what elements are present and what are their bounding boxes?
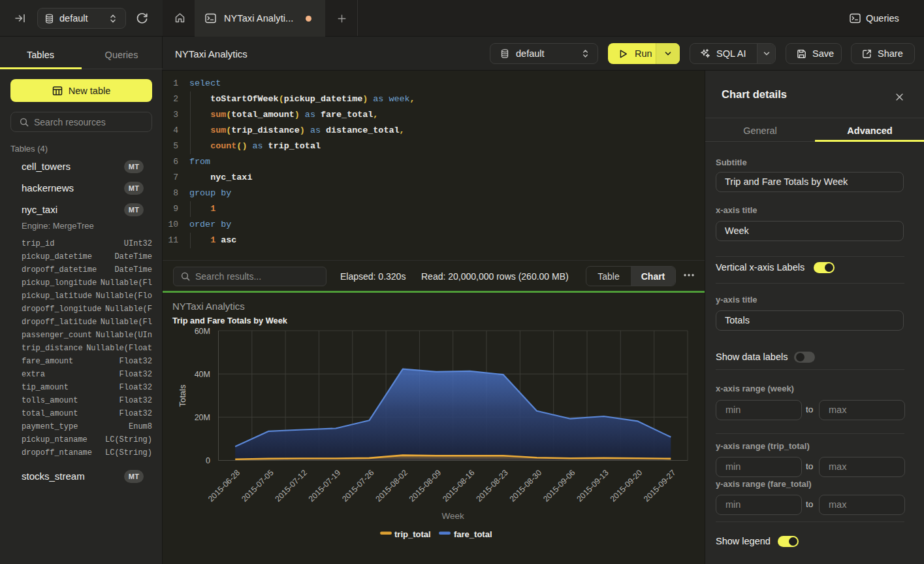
svg-text:Totals: Totals — [178, 384, 187, 406]
svg-text:2015-09-20: 2015-09-20 — [609, 468, 644, 503]
svg-text:Week: Week — [442, 511, 465, 521]
svg-text:2015-07-26: 2015-07-26 — [340, 468, 375, 503]
svg-text:2015-08-02: 2015-08-02 — [374, 468, 409, 503]
svg-text:2015-09-13: 2015-09-13 — [575, 468, 610, 503]
svg-text:20M: 20M — [195, 413, 210, 422]
svg-text:2015-08-09: 2015-08-09 — [407, 468, 443, 503]
svg-text:2015-08-30: 2015-08-30 — [508, 468, 543, 503]
svg-text:fare_total: fare_total — [454, 529, 492, 539]
svg-text:0: 0 — [206, 456, 210, 465]
svg-text:2015-08-23: 2015-08-23 — [474, 468, 509, 503]
svg-text:40M: 40M — [195, 370, 210, 379]
svg-text:2015-07-12: 2015-07-12 — [274, 468, 309, 503]
svg-text:60M: 60M — [195, 327, 210, 336]
svg-text:2015-07-05: 2015-07-05 — [240, 468, 275, 503]
svg-text:trip_total: trip_total — [394, 529, 431, 539]
svg-text:2015-09-06: 2015-09-06 — [541, 468, 577, 503]
svg-text:NYTaxi Analytics: NYTaxi Analytics — [172, 301, 245, 312]
svg-text:Trip and Fare Totals by Week: Trip and Fare Totals by Week — [172, 316, 288, 325]
svg-text:2015-09-27: 2015-09-27 — [642, 468, 677, 503]
svg-text:2015-08-16: 2015-08-16 — [441, 468, 476, 503]
svg-text:2015-06-28: 2015-06-28 — [206, 468, 242, 503]
svg-text:2015-07-19: 2015-07-19 — [307, 468, 342, 503]
